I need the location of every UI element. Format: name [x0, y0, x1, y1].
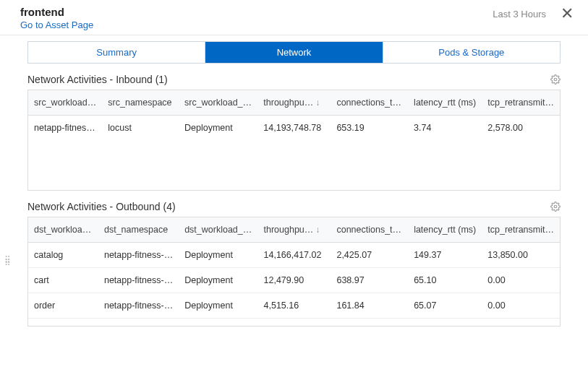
svg-point-0 [554, 78, 557, 81]
col-throughput[interactable]: throughpu…↓ [257, 90, 331, 116]
tab-pods-storage[interactable]: Pods & Storage [383, 42, 560, 63]
table-row-partial[interactable] [28, 319, 560, 327]
cell-retransmit: 13,850.00 [482, 243, 560, 268]
col-throughput[interactable]: throughpu…↓ [258, 217, 331, 243]
cell-partial [258, 319, 331, 327]
col-retransmit[interactable]: tcp_retransmit… [482, 217, 560, 243]
cell-dst-namespace: netapp-fitness-… [98, 293, 179, 319]
drag-handle-icon[interactable]: ⠿⠿ [4, 259, 10, 264]
inbound-header: Network Activities - Inbound (1) [27, 74, 561, 85]
cell-src-namespace: locust [102, 116, 179, 141]
col-dst-workload-type[interactable]: dst_workload_… [179, 217, 257, 243]
cell-throughput: 4,515.16 [258, 293, 331, 319]
inbound-table: src_workload… src_namespace src_workload… [28, 90, 560, 140]
col-connections[interactable]: connections_t… [331, 217, 408, 243]
table-row[interactable]: netapp-fitnes… locust Deployment 14,193,… [28, 116, 560, 141]
inbound-title: Network Activities - Inbound (1) [27, 74, 168, 85]
inbound-section: Network Activities - Inbound (1) src_wor… [27, 74, 561, 191]
cell-dst-namespace: netapp-fitness-… [98, 268, 179, 293]
col-latency[interactable]: latency_rtt (ms) [408, 90, 482, 116]
close-icon[interactable]: ✕ [559, 6, 575, 22]
svg-point-1 [554, 205, 557, 208]
sort-desc-icon: ↓ [315, 98, 320, 108]
page-title: frontend [20, 6, 93, 18]
outbound-header: Network Activities - Outbound (4) [27, 201, 561, 212]
cell-retransmit: 2,578.00 [482, 116, 560, 141]
cell-latency: 65.07 [408, 293, 482, 319]
outbound-header-row: dst_workloa… dst_namespace dst_workload_… [28, 217, 560, 243]
inbound-table-container: src_workload… src_namespace src_workload… [27, 90, 561, 191]
cell-partial [482, 319, 560, 327]
col-dst-workload[interactable]: dst_workloa… [28, 217, 98, 243]
col-connections[interactable]: connections_t… [331, 90, 408, 116]
cell-throughput: 12,479.90 [258, 268, 331, 293]
cell-retransmit: 0.00 [482, 293, 560, 319]
throughput-label: throughpu… [264, 225, 314, 235]
cell-dst-workload: catalog [28, 243, 98, 268]
table-row[interactable]: catalog netapp-fitness-… Deployment 14,1… [28, 243, 560, 268]
table-row[interactable]: order netapp-fitness-… Deployment 4,515.… [28, 293, 560, 319]
cell-dst-workload: cart [28, 268, 98, 293]
time-range-label: Last 3 Hours [493, 9, 546, 20]
asset-page-link[interactable]: Go to Asset Page [20, 20, 93, 30]
cell-dst-workload-type: Deployment [179, 268, 257, 293]
sort-desc-icon: ↓ [315, 225, 320, 235]
tabs: Summary Network Pods & Storage [27, 41, 561, 64]
cell-dst-namespace: netapp-fitness-… [98, 243, 179, 268]
cell-latency: 65.10 [408, 268, 482, 293]
cell-dst-workload-type: Deployment [179, 243, 257, 268]
col-dst-namespace[interactable]: dst_namespace [98, 217, 179, 243]
header: frontend Go to Asset Page Last 3 Hours ✕ [0, 0, 588, 35]
throughput-label: throughpu… [263, 98, 313, 108]
cell-partial [408, 319, 482, 327]
header-left: frontend Go to Asset Page [20, 6, 93, 30]
col-src-workload-type[interactable]: src_workload_… [179, 90, 257, 116]
cell-dst-workload: order [28, 293, 98, 319]
gear-icon[interactable] [550, 202, 561, 212]
outbound-section: Network Activities - Outbound (4) dst_wo… [27, 201, 561, 326]
cell-partial [98, 319, 179, 327]
cell-src-workload-type: Deployment [179, 116, 257, 141]
tab-summary[interactable]: Summary [28, 42, 205, 63]
cell-latency: 3.74 [408, 116, 482, 141]
tab-network[interactable]: Network [205, 42, 382, 63]
cell-latency: 149.37 [408, 243, 482, 268]
cell-dst-workload-type: Deployment [179, 293, 257, 319]
table-row[interactable]: cart netapp-fitness-… Deployment 12,479.… [28, 268, 560, 293]
cell-connections: 161.84 [331, 293, 408, 319]
outbound-table: dst_workloa… dst_namespace dst_workload_… [28, 217, 560, 326]
col-retransmit[interactable]: tcp_retransmit… [482, 90, 560, 116]
cell-connections: 653.19 [331, 116, 408, 141]
outbound-table-container: dst_workloa… dst_namespace dst_workload_… [27, 217, 561, 326]
outbound-title: Network Activities - Outbound (4) [27, 201, 176, 212]
col-src-workload[interactable]: src_workload… [28, 90, 102, 116]
gear-icon[interactable] [550, 74, 561, 85]
col-src-namespace[interactable]: src_namespace [102, 90, 179, 116]
cell-src-workload: netapp-fitnes… [28, 116, 102, 141]
cell-partial [28, 319, 98, 327]
col-latency[interactable]: latency_rtt (ms) [408, 217, 482, 243]
cell-connections: 638.97 [331, 268, 408, 293]
cell-throughput: 14,166,417.02 [258, 243, 331, 268]
inbound-header-row: src_workload… src_namespace src_workload… [28, 90, 560, 116]
cell-partial [179, 319, 257, 327]
cell-connections: 2,425.07 [331, 243, 408, 268]
cell-partial [331, 319, 408, 327]
cell-retransmit: 0.00 [482, 268, 560, 293]
header-right: Last 3 Hours ✕ [493, 6, 575, 22]
cell-throughput: 14,193,748.78 [257, 116, 331, 141]
